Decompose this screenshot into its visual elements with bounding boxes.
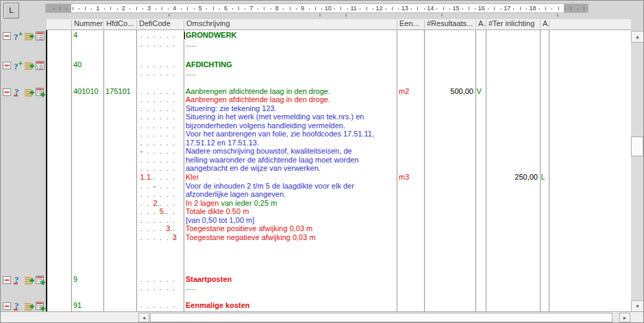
omschrijving-line[interactable]: [van 0,50 tot 1,00 m]	[186, 216, 254, 225]
add-lines-icon[interactable]	[24, 31, 34, 41]
collapse-icon[interactable]	[2, 275, 12, 285]
nummer-cell[interactable]: 91	[73, 301, 82, 310]
deficode-cell[interactable]: ......	[140, 112, 179, 121]
omschrijving-line[interactable]: Totale dikte 0.50 m	[186, 207, 249, 216]
omschrijving-line[interactable]: 17.51.12 en 17.51.13.	[186, 139, 259, 147]
deficode-cell[interactable]: ......	[140, 69, 179, 77]
deficode-cell[interactable]: ......	[140, 283, 179, 292]
omschrijving-line[interactable]: bijzonderheden volgens handleiding verme…	[186, 121, 345, 130]
omschrijving-line[interactable]: In 2 lagen van ieder 0,25 m	[186, 199, 277, 208]
omschrijving-line[interactable]: helling waaronder de afdichtende laag mo…	[186, 156, 359, 165]
deficode-cell[interactable]: ......	[140, 190, 179, 199]
deficode-cell[interactable]: ......	[140, 130, 179, 139]
add-lines-icon[interactable]	[24, 87, 34, 97]
nummer-cell[interactable]: 401010	[73, 87, 99, 96]
item-plus-icon[interactable]	[35, 87, 45, 97]
deficode-cell[interactable]: ......	[140, 40, 179, 49]
column-header-eenheid[interactable]: Een...	[397, 19, 424, 29]
omschrijving-line[interactable]: Eenmalige kosten	[186, 301, 250, 310]
corner-tab-selector[interactable]: L	[3, 3, 19, 19]
eenheid-cell[interactable]: m2	[399, 87, 409, 96]
omschrijving-line[interactable]: aangebracht en de wijze van verwerken.	[186, 164, 321, 173]
deficode-cell[interactable]: ......	[140, 31, 179, 40]
collapse-icon[interactable]	[2, 31, 12, 41]
item-red-icon[interactable]	[35, 60, 45, 71]
collapse-icon[interactable]	[2, 87, 12, 97]
omschrijving-line[interactable]: AFDICHTING	[186, 60, 232, 69]
deficode-cell[interactable]: ....3..	[140, 224, 179, 233]
item-plus-icon[interactable]	[35, 275, 45, 285]
vertical-scrollbar[interactable]: ▲ ▼	[631, 30, 644, 312]
nummer-cell[interactable]: 4	[73, 31, 77, 40]
omschrijving-line[interactable]: Toegestane positieve afwijking 0,03 m	[186, 224, 312, 233]
deficode-cell[interactable]: ......	[140, 87, 179, 96]
deficode-cell[interactable]: ......	[140, 301, 179, 310]
terinlichting-cell[interactable]: 250,00	[487, 173, 538, 182]
add-lines-icon[interactable]	[24, 301, 34, 311]
question-plus-icon[interactable]: ?+	[13, 31, 23, 41]
omschrijving-line[interactable]: GRONDWERK	[186, 31, 237, 40]
accorderen-cell[interactable]: V	[477, 87, 482, 96]
omschrijving-line[interactable]: Aanbrengen afdichtende laag in den droge…	[186, 87, 330, 96]
column-header-resultaats[interactable]: #Resultaats...	[424, 19, 475, 29]
omschrijving-line[interactable]: Klei	[186, 173, 198, 182]
omschrijving-line[interactable]: Aanbrengen afdichtende laag in den droge…	[186, 95, 330, 104]
question-minus-icon[interactable]: ?	[13, 301, 23, 311]
deficode-cell[interactable]: 1.1.....	[140, 173, 179, 182]
scroll-left-button[interactable]: ◄	[138, 313, 149, 322]
scroll-down-button[interactable]: ▼	[631, 300, 644, 312]
column-header-terinlichting[interactable]: #Ter inlichting	[486, 19, 540, 29]
question-minus-icon[interactable]: ?	[13, 87, 23, 97]
deficode-cell[interactable]: ......	[140, 121, 179, 130]
eenheid-cell[interactable]: m3	[399, 173, 409, 182]
collapse-icon[interactable]	[2, 60, 12, 71]
deficode-cell[interactable]: ......	[140, 104, 179, 113]
horizontal-scroll-thumb[interactable]	[150, 313, 612, 322]
add-lines-icon[interactable]	[24, 275, 34, 285]
deficode-cell[interactable]: ......	[140, 164, 179, 173]
resultaats-cell[interactable]: 500,00	[424, 87, 473, 96]
nummer-cell[interactable]: 9	[73, 275, 77, 284]
question-minus-icon[interactable]: ?	[13, 275, 23, 285]
scroll-right-button[interactable]: ►	[619, 313, 630, 322]
column-header-a2[interactable]: A.	[540, 19, 549, 29]
omschrijving-line[interactable]: afzonderlijke lagen aangeven.	[186, 190, 286, 199]
accorderen-cell[interactable]: L	[541, 173, 545, 182]
deficode-cell[interactable]: ......	[140, 60, 179, 69]
collapse-icon[interactable]	[2, 301, 12, 311]
deficode-cell[interactable]: .....3	[140, 233, 179, 242]
deficode-cell[interactable]: ......	[140, 275, 179, 284]
omschrijving-line[interactable]: .....	[186, 69, 196, 77]
deficode-cell[interactable]: -.....	[140, 147, 179, 156]
horizontal-scrollbar[interactable]: ◄ ►	[138, 313, 631, 323]
omschrijving-line[interactable]: .....	[186, 283, 196, 292]
column-header-omschrijving[interactable]: Omschrijving	[184, 19, 397, 29]
omschrijving-line[interactable]: Voor de inhouden 2 t/m 5 de laagdikte vo…	[186, 182, 354, 191]
deficode-cell[interactable]: ......	[140, 95, 179, 104]
item-red-icon[interactable]	[35, 31, 45, 41]
nummer-cell[interactable]: 40	[73, 60, 82, 69]
hfdcode-cell[interactable]: 175101	[106, 87, 131, 96]
deficode-cell[interactable]: ......	[140, 216, 179, 225]
question-plus-icon[interactable]: ?+	[13, 60, 23, 71]
omschrijving-line[interactable]: .....	[186, 40, 196, 49]
omschrijving-line[interactable]: Voor het aanbrengen van folie, zie hoofd…	[186, 130, 374, 139]
omschrijving-line[interactable]: Toegestane negatieve afwijking 0,03 m	[186, 233, 316, 242]
scroll-up-button[interactable]: ▲	[631, 31, 644, 43]
omschrijving-line[interactable]: Situering in het werk (met vermelding va…	[186, 112, 364, 121]
deficode-cell[interactable]: ......	[140, 156, 179, 165]
deficode-cell[interactable]: ...5...	[140, 207, 179, 216]
column-header-deficode[interactable]: DefiCode	[136, 19, 184, 29]
deficode-cell[interactable]: ......	[140, 139, 179, 147]
column-header-a1[interactable]: A.	[475, 19, 486, 29]
column-header-hfdcode[interactable]: HfdCo...	[103, 19, 136, 29]
item-plus-icon[interactable]	[35, 301, 45, 311]
add-lines-icon[interactable]	[24, 60, 34, 71]
deficode-cell[interactable]: ..2....	[140, 199, 179, 208]
deficode-cell[interactable]: ..-...	[140, 182, 179, 191]
column-header-nummer[interactable]: Nummer	[71, 19, 103, 29]
omschrijving-line[interactable]: Staartposten	[186, 275, 232, 284]
omschrijving-line[interactable]: Nadere omschrijving bouwstof, kwaliteits…	[186, 147, 352, 156]
vertical-scroll-thumb[interactable]	[631, 136, 643, 156]
omschrijving-line[interactable]: Situering: zie tekening 123.	[186, 104, 277, 113]
